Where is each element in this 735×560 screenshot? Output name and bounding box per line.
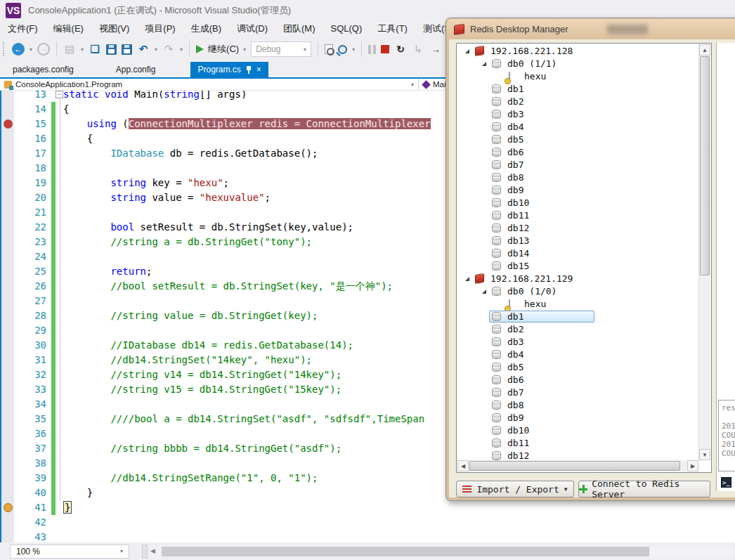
- tree-item-db1[interactable]: db1: [457, 311, 698, 323]
- menu-item[interactable]: 工具(T): [370, 21, 415, 37]
- line-number: 37: [14, 441, 46, 456]
- tree-item-db6[interactable]: db6: [457, 146, 698, 159]
- zoom-icon[interactable]: [338, 45, 347, 54]
- find-in-files-icon[interactable]: [325, 44, 333, 54]
- tree-item-192.168.221.128[interactable]: 192.168.221.128: [457, 45, 698, 58]
- pause-icon[interactable]: [368, 45, 376, 54]
- splitter-handle[interactable]: [142, 545, 148, 559]
- scrollbar-thumb[interactable]: [700, 56, 710, 275]
- save-icon[interactable]: [106, 44, 117, 55]
- scroll-up-arrow[interactable]: ▲: [699, 44, 710, 56]
- tree-item-db5[interactable]: db5: [457, 134, 698, 146]
- tree-vertical-scrollbar[interactable]: ▲ ▼: [698, 44, 710, 460]
- tree-item-db3[interactable]: db3: [457, 336, 698, 349]
- zoom-dropdown-caret[interactable]: ▾: [352, 46, 355, 53]
- tree-item-db6[interactable]: db6: [457, 374, 698, 386]
- code-line-42[interactable]: 42: [1, 515, 735, 530]
- tree-item-db15[interactable]: db15: [457, 260, 698, 273]
- tree-item-db12[interactable]: db12: [457, 222, 698, 235]
- tree-expand-arrow-icon[interactable]: [482, 289, 486, 294]
- scroll-left-arrow[interactable]: ◀: [150, 547, 155, 554]
- restart-icon[interactable]: ↻: [394, 43, 407, 56]
- console-icon[interactable]: >_: [721, 477, 731, 488]
- connect-to-redis-server-button[interactable]: Connect to Redis Server: [578, 481, 710, 497]
- close-icon[interactable]: ×: [256, 62, 261, 77]
- menu-item[interactable]: 生成(B): [183, 21, 229, 37]
- navigate-forward-icon[interactable]: →: [37, 43, 50, 56]
- tree-item-db11[interactable]: db11: [457, 209, 698, 222]
- tree-item-192.168.221.129[interactable]: 192.168.221.129: [457, 273, 698, 285]
- stop-debugging-icon[interactable]: [381, 45, 389, 53]
- collapse-icon[interactable]: −: [56, 91, 63, 98]
- tree-item-db9[interactable]: db9: [457, 184, 698, 197]
- menu-item[interactable]: 团队(M): [275, 21, 323, 37]
- tree-item-db0-1-1-[interactable]: db0 (1/1): [457, 58, 698, 70]
- step-over-icon[interactable]: →: [429, 43, 442, 56]
- step-into-icon[interactable]: ↳: [412, 43, 424, 56]
- menu-item[interactable]: 文件(F): [0, 21, 46, 37]
- redo-dropdown-caret[interactable]: ▾: [180, 46, 183, 53]
- attach-dropdown-caret[interactable]: ▾: [81, 46, 84, 53]
- undo-icon[interactable]: ↶: [137, 43, 150, 56]
- scrollbar-thumb[interactable]: [469, 461, 680, 471]
- tree-expand-arrow-icon[interactable]: [482, 62, 486, 66]
- tree-item-db10[interactable]: db10: [457, 197, 698, 209]
- tree-item-db10[interactable]: db10: [457, 424, 698, 437]
- continue-button[interactable]: 继续(C) ▾: [196, 43, 246, 56]
- tree-item-db1[interactable]: db1: [457, 83, 698, 96]
- menu-item[interactable]: SQL(Q): [323, 21, 370, 37]
- tree-item-db8[interactable]: db8: [457, 171, 698, 184]
- tree-item-db7[interactable]: db7: [457, 159, 698, 171]
- type-dropdown[interactable]: ConsoleApplication1.Program ▾: [0, 79, 419, 90]
- undo-dropdown-caret[interactable]: ▾: [155, 46, 157, 53]
- code-line-41[interactable]: 41}: [1, 500, 735, 515]
- menu-item[interactable]: 视图(V): [91, 21, 137, 37]
- menu-item[interactable]: 项目(P): [137, 21, 183, 37]
- tree-item-db11[interactable]: db11: [457, 437, 698, 450]
- attach-icon[interactable]: ▤: [63, 43, 76, 56]
- tree-item-db3[interactable]: db3: [457, 108, 698, 121]
- scroll-down-arrow[interactable]: ▼: [699, 449, 710, 460]
- tracepoint-icon[interactable]: [4, 503, 13, 512]
- tree-item-hexu[interactable]: hexu: [457, 70, 698, 83]
- tree-item-hexu[interactable]: hexu: [457, 298, 698, 311]
- horizontal-scrollbar[interactable]: ◀: [150, 546, 734, 557]
- tree-item-db2[interactable]: db2: [457, 96, 698, 108]
- navigate-back-icon[interactable]: ←: [12, 43, 25, 56]
- tree-expand-arrow-icon[interactable]: [465, 49, 469, 53]
- scroll-right-arrow[interactable]: ▶: [687, 460, 698, 471]
- tree-item-db9[interactable]: db9: [457, 412, 698, 424]
- scrollbar-thumb[interactable]: [162, 547, 649, 556]
- tree-item-db0-1-0-[interactable]: db0 (1/0): [457, 285, 698, 298]
- menu-item[interactable]: 编辑(E): [46, 21, 91, 37]
- solution-configuration-dropdown[interactable]: Debug ▾: [251, 41, 311, 57]
- tree-item-db4[interactable]: db4: [457, 349, 698, 361]
- tab-program-cs[interactable]: Program.cs×: [190, 62, 268, 77]
- rdm-titlebar[interactable]: Redis Desktop Manager: [447, 19, 735, 39]
- tree-item-db4[interactable]: db4: [457, 121, 698, 134]
- tree-item-db12[interactable]: db12: [457, 450, 698, 460]
- back-dropdown-caret[interactable]: ▾: [30, 46, 32, 53]
- breakpoint-icon[interactable]: [4, 119, 13, 129]
- tree-expand-arrow-icon[interactable]: [465, 277, 469, 281]
- tree-horizontal-scrollbar[interactable]: ◀ ▶: [457, 460, 698, 471]
- rdm-connections-tree[interactable]: 192.168.221.128db0 (1/1)hexudb1db2db3db4…: [457, 45, 698, 460]
- zoom-level-dropdown[interactable]: 100 % ▾: [10, 545, 129, 559]
- save-all-icon[interactable]: [122, 44, 132, 55]
- import-export-button[interactable]: Import / Export ▼: [456, 481, 574, 497]
- tree-item-db5[interactable]: db5: [457, 361, 698, 374]
- toolbar-grip[interactable]: [3, 42, 6, 56]
- menu-item[interactable]: 调试(D): [229, 21, 275, 37]
- code-line-43[interactable]: 43: [1, 530, 735, 542]
- tree-item-db13[interactable]: db13: [457, 235, 698, 247]
- redo-icon[interactable]: ↷: [162, 43, 175, 56]
- tree-item-db7[interactable]: db7: [457, 386, 698, 399]
- tab-packages-config[interactable]: packages.config: [6, 62, 81, 77]
- pin-icon[interactable]: [246, 66, 252, 74]
- new-window-icon[interactable]: ❏: [89, 43, 101, 56]
- tree-item-db2[interactable]: db2: [457, 323, 698, 336]
- tab-app-config[interactable]: App.config: [109, 62, 163, 77]
- scroll-left-arrow[interactable]: ◀: [457, 460, 469, 471]
- tree-item-db8[interactable]: db8: [457, 399, 698, 412]
- tree-item-db14[interactable]: db14: [457, 247, 698, 260]
